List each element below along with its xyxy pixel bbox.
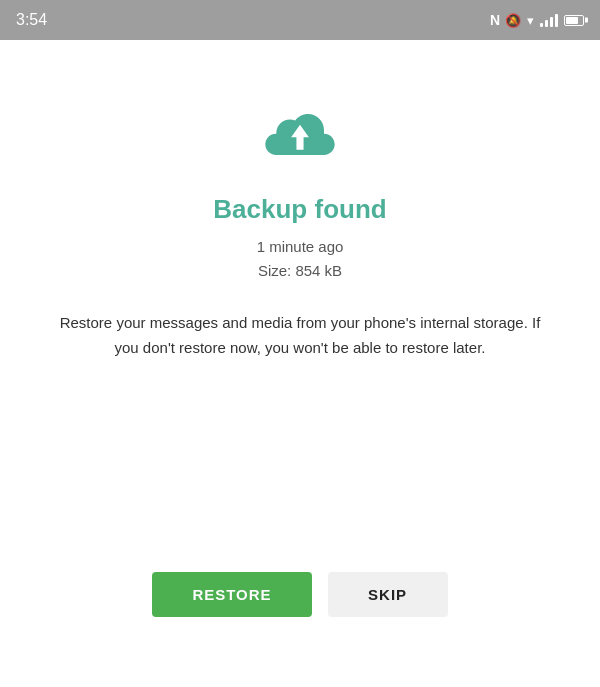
main-content: Backup found 1 minute ago Size: 854 kB R… <box>0 40 600 687</box>
wifi-icon: ▾ <box>527 13 534 28</box>
backup-description: Restore your messages and media from you… <box>50 311 550 361</box>
backup-age: 1 minute ago <box>257 235 344 259</box>
buttons-row: RESTORE SKIP <box>40 572 560 617</box>
cloud-upload-icon <box>260 100 340 174</box>
status-icons: N 🔕 ▾ <box>490 12 584 28</box>
backup-size: Size: 854 kB <box>257 259 344 283</box>
restore-button[interactable]: RESTORE <box>152 572 311 617</box>
nfc-icon: N <box>490 12 499 28</box>
backup-title: Backup found <box>213 194 386 225</box>
status-bar: 3:54 N 🔕 ▾ <box>0 0 600 40</box>
signal-icon <box>540 13 558 27</box>
skip-button[interactable]: SKIP <box>328 572 448 617</box>
status-time: 3:54 <box>16 11 47 29</box>
backup-info: 1 minute ago Size: 854 kB <box>257 235 344 283</box>
battery-icon <box>564 15 584 26</box>
mute-icon: 🔕 <box>505 13 521 28</box>
